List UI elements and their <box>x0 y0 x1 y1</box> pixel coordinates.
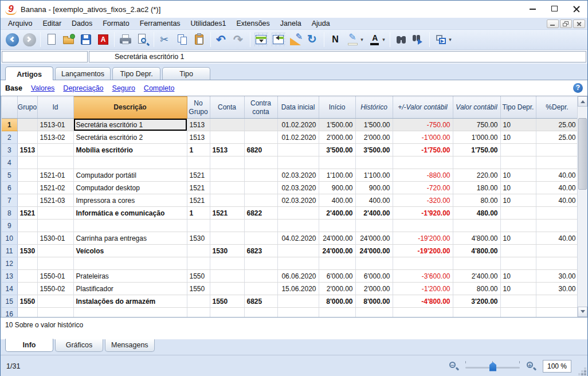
table-cell[interactable]: 04.02.2020 <box>277 232 319 245</box>
table-cell[interactable] <box>500 295 536 308</box>
table-cell[interactable]: 1'100.00 <box>319 169 355 182</box>
table-cell[interactable]: 1513 <box>187 119 210 131</box>
menu-ferramentas[interactable]: Ferramentas <box>135 18 186 29</box>
table-cell[interactable] <box>37 257 73 270</box>
table-cell[interactable] <box>319 156 355 169</box>
table-cell[interactable] <box>244 257 277 270</box>
table-cell[interactable]: 10 <box>500 270 536 283</box>
table-cell[interactable] <box>536 156 577 169</box>
row-number[interactable]: 4 <box>2 156 17 169</box>
table-cell[interactable]: 4'800.00 <box>453 245 500 257</box>
table-cell[interactable]: 6820 <box>244 144 277 156</box>
table-cell[interactable]: 1513-01 <box>37 119 73 131</box>
view-depreciacao[interactable]: Depreciação <box>63 84 103 92</box>
table-cell[interactable] <box>37 156 73 169</box>
table-cell[interactable]: 02.03.2020 <box>277 182 319 194</box>
table-cell[interactable] <box>319 308 355 318</box>
table-cell[interactable]: 180.00 <box>453 182 500 194</box>
row-number[interactable]: 3 <box>2 144 17 156</box>
copy-button[interactable] <box>174 31 191 48</box>
find-button[interactable] <box>393 31 410 48</box>
table-cell[interactable] <box>500 156 536 169</box>
table-cell[interactable]: 1 <box>187 207 210 220</box>
table-cell[interactable]: 6822 <box>244 207 277 220</box>
table-cell[interactable]: 24'000.00 <box>319 232 355 245</box>
table-cell[interactable] <box>17 194 37 207</box>
table-cell[interactable]: 220.00 <box>453 169 500 182</box>
row-number[interactable]: 12 <box>2 257 17 270</box>
vertical-scrollbar[interactable] <box>577 96 587 317</box>
table-cell[interactable] <box>73 156 187 169</box>
bottom-tab-graficos[interactable]: Gráficos <box>55 339 103 352</box>
paste-button[interactable] <box>191 31 208 48</box>
table-cell[interactable] <box>244 169 277 182</box>
menu-formato[interactable]: Formato <box>97 18 135 29</box>
table-cell[interactable] <box>244 232 277 245</box>
table-cell[interactable]: 06.06.2020 <box>277 270 319 283</box>
zoom-in-icon[interactable]: + <box>526 361 537 372</box>
row-number[interactable]: 14 <box>2 283 17 295</box>
table-cell[interactable]: 400.00 <box>355 194 393 207</box>
menu-utilidades1[interactable]: Utilidades1 <box>186 18 232 29</box>
corner-header[interactable] <box>2 97 17 119</box>
table-cell[interactable]: -720.00 <box>393 182 453 194</box>
table-cell[interactable]: -320.00 <box>393 194 453 207</box>
table-cell[interactable]: 1521-03 <box>37 194 73 207</box>
table-cell[interactable]: 800.00 <box>453 283 500 295</box>
table-cell[interactable] <box>500 207 536 220</box>
table-cell[interactable]: 750.00 <box>453 119 500 131</box>
menu-dados[interactable]: Dados <box>66 18 97 29</box>
table-cell[interactable] <box>210 182 244 194</box>
table-cell[interactable]: 1550 <box>17 295 37 308</box>
table-cell[interactable]: 1521-02 <box>37 182 73 194</box>
table-cell[interactable] <box>277 144 319 156</box>
find-next-button[interactable] <box>410 31 427 48</box>
table-cell[interactable] <box>244 182 277 194</box>
table-cell[interactable]: Computador portátil <box>73 169 187 182</box>
table-cell[interactable]: 01.02.2020 <box>277 119 319 131</box>
view-seguro[interactable]: Seguro <box>112 84 135 92</box>
table-cell[interactable]: -19'200.00 <box>393 245 453 257</box>
table-cell[interactable]: Secretária escritório 1 <box>73 119 187 131</box>
column-header-depr[interactable]: %Depr. <box>536 97 577 119</box>
table-cell[interactable] <box>37 295 73 308</box>
back-button[interactable] <box>3 31 21 48</box>
table-cell[interactable]: 1550 <box>187 270 210 283</box>
table-cell[interactable] <box>73 308 187 318</box>
table-cell[interactable]: Plastificador <box>73 283 187 295</box>
table-cell[interactable] <box>536 207 577 220</box>
table-cell[interactable] <box>37 220 73 232</box>
table-cell[interactable] <box>17 156 37 169</box>
table-cell[interactable]: 1521 <box>17 207 37 220</box>
table-cell[interactable]: 40.00 <box>536 169 577 182</box>
table-cell[interactable] <box>536 308 577 318</box>
table-cell[interactable]: 1513 <box>17 144 37 156</box>
table-cell[interactable]: Veícolos <box>73 245 187 257</box>
bold-button[interactable]: N <box>327 31 344 48</box>
table-cell[interactable]: 10 <box>500 283 536 295</box>
page-setup-button[interactable] <box>287 31 304 48</box>
table-cell[interactable] <box>244 194 277 207</box>
column-header-valor-contabil[interactable]: Valor contábil <box>453 97 500 119</box>
table-cell[interactable]: 1550-02 <box>37 283 73 295</box>
table-cell[interactable]: -1'200.00 <box>393 283 453 295</box>
table-cell[interactable]: 3'200.00 <box>453 295 500 308</box>
table-cell[interactable] <box>500 257 536 270</box>
menu-extensoes[interactable]: Extensões <box>231 18 275 29</box>
table-cell[interactable] <box>17 169 37 182</box>
table-cell[interactable]: 1513 <box>210 144 244 156</box>
table-cell[interactable] <box>187 308 210 318</box>
column-header-id[interactable]: Id <box>37 97 73 119</box>
table-cell[interactable] <box>355 308 393 318</box>
table-cell[interactable] <box>187 156 210 169</box>
table-cell[interactable]: 6'000.00 <box>319 270 355 283</box>
zoom-slider-handle[interactable] <box>489 362 496 371</box>
table-cell[interactable] <box>187 257 210 270</box>
table-cell[interactable]: 24'000.00 <box>319 245 355 257</box>
row-number[interactable]: 16 <box>2 308 17 318</box>
cut-button[interactable] <box>156 31 174 48</box>
column-header-data-inicial[interactable]: Data inicial <box>277 97 319 119</box>
table-cell[interactable] <box>453 220 500 232</box>
table-cell[interactable] <box>210 232 244 245</box>
menu-janela[interactable]: Janela <box>275 18 307 29</box>
